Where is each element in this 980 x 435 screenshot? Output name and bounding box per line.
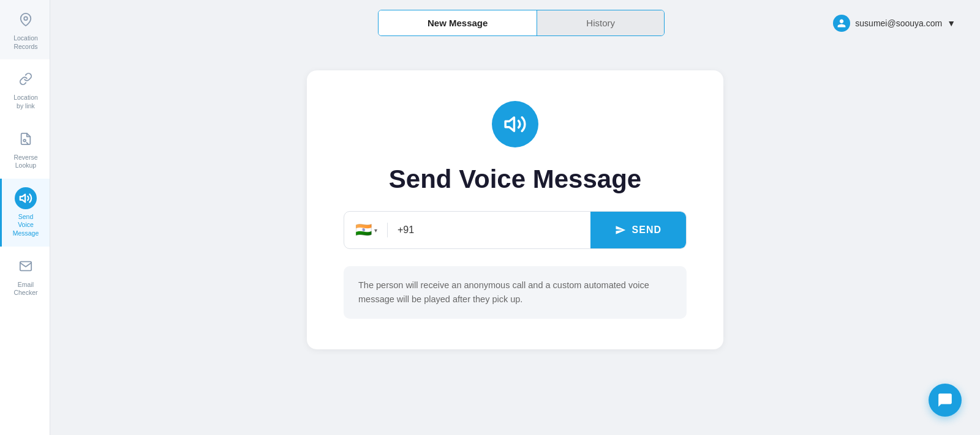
link-icon	[15, 68, 37, 90]
send-button-label: SEND	[632, 225, 662, 236]
sidebar-item-reverse-lookup[interactable]: ReverseLookup	[0, 119, 50, 179]
sidebar-label-location-by-link: Locationby link	[13, 94, 38, 110]
phone-input-row: 🇮🇳 ▾ +91 SEND	[344, 211, 687, 249]
main-content: New Message History susumei@soouya.com ▼	[50, 0, 980, 435]
info-text: The person will receive an anonymous cal…	[358, 278, 672, 307]
pin-icon	[15, 9, 37, 31]
page-content: Send Voice Message 🇮🇳 ▾ +91 SEND	[50, 46, 980, 435]
phone-number-input[interactable]	[420, 214, 579, 247]
send-icon	[615, 225, 626, 236]
sidebar-item-send-voice-message[interactable]: SendVoiceMessage	[0, 179, 50, 247]
tab-history[interactable]: History	[537, 10, 664, 35]
tabs: New Message History	[378, 10, 665, 36]
user-email: susumei@soouya.com	[855, 18, 942, 28]
search-doc-icon	[15, 128, 37, 150]
user-menu[interactable]: susumei@soouya.com ▼	[833, 15, 956, 32]
chat-support-icon	[937, 392, 953, 408]
phone-divider	[387, 223, 388, 237]
user-avatar	[833, 15, 850, 32]
header: New Message History susumei@soouya.com ▼	[50, 0, 980, 46]
dropdown-arrow: ▼	[947, 18, 956, 28]
sidebar-item-email-checker[interactable]: EmailChecker	[0, 247, 50, 306]
send-button[interactable]: SEND	[590, 212, 686, 248]
sidebar-label-reverse-lookup: ReverseLookup	[13, 154, 37, 170]
info-box: The person will receive an anonymous cal…	[344, 266, 687, 319]
sidebar-label-send-voice-message: SendVoiceMessage	[13, 213, 39, 238]
voice-message-card: Send Voice Message 🇮🇳 ▾ +91 SEND	[307, 70, 723, 349]
country-dropdown-arrow: ▾	[374, 227, 377, 234]
svg-point-0	[24, 17, 28, 20]
svg-marker-2	[20, 194, 25, 202]
sidebar-item-location-records[interactable]: LocationRecords	[0, 0, 50, 59]
email-icon	[15, 255, 37, 277]
sidebar: LocationRecords Locationby link ReverseL…	[0, 0, 50, 435]
svg-point-1	[23, 139, 26, 141]
voice-broadcast-icon	[492, 101, 538, 147]
sidebar-label-location-records: LocationRecords	[13, 34, 38, 51]
tab-new-message[interactable]: New Message	[379, 10, 537, 35]
sidebar-label-email-checker: EmailChecker	[13, 281, 37, 297]
country-selector[interactable]: 🇮🇳 ▾	[355, 222, 377, 238]
flag-emoji: 🇮🇳	[355, 222, 372, 238]
page-title: Send Voice Message	[389, 165, 641, 194]
svg-marker-3	[505, 117, 514, 131]
sidebar-item-location-by-link[interactable]: Locationby link	[0, 59, 50, 119]
phone-input-area: 🇮🇳 ▾ +91	[344, 212, 590, 248]
voice-message-icon	[15, 187, 37, 209]
chat-support-button[interactable]	[929, 384, 962, 417]
country-code: +91	[398, 225, 414, 236]
